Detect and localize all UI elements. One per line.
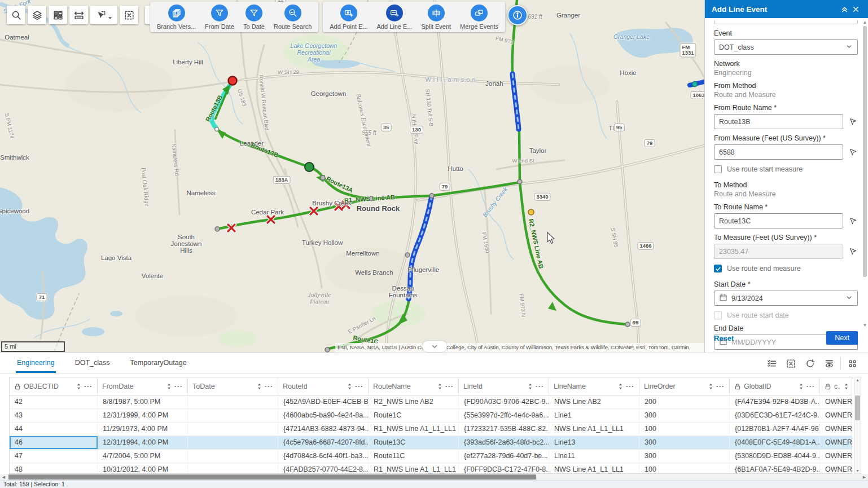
scroll-up-arrow[interactable]: ▲ xyxy=(862,20,867,25)
show-columns-button[interactable] xyxy=(821,355,837,371)
cell-todate[interactable] xyxy=(188,436,278,449)
search-button[interactable] xyxy=(7,6,25,24)
cell-lineorder[interactable]: 300 xyxy=(639,436,730,449)
lrs-tool-split-event[interactable]: Split Event xyxy=(422,5,451,30)
cell-create[interactable]: OWNER xyxy=(820,409,852,422)
lrs-tool-route-search[interactable]: Route Search xyxy=(274,5,312,30)
column-header-create[interactable]: create··· xyxy=(820,377,852,395)
cell-todate[interactable] xyxy=(188,423,278,436)
table-horizontal-scrollbar[interactable]: ◀ ▶ xyxy=(0,474,868,480)
measure-button[interactable] xyxy=(69,6,88,24)
table-vertical-scrollbar[interactable]: ▲ ▼ xyxy=(854,377,861,474)
lrs-tool-add-line-e[interactable]: Add Line E... xyxy=(377,5,413,30)
cell-fromdate[interactable]: 12/31/1999, 4:00 PM xyxy=(98,409,188,422)
show-selection-button[interactable] xyxy=(764,355,779,371)
lrs-tool-merge-events[interactable]: Merge Events xyxy=(460,5,498,30)
cell-globalid[interactable]: {03D6EC3D-61E7-424C-9... xyxy=(730,409,820,422)
cell-routename[interactable]: R1_NWS Line A1_L1_LL1 xyxy=(369,423,459,436)
use-route-end-measure-checkbox[interactable]: Use route end measure xyxy=(714,265,858,272)
scroll-right-arrow[interactable]: ▶ xyxy=(861,474,868,480)
cell-objectid[interactable]: 42 xyxy=(10,395,98,408)
cell-routename[interactable]: Route11C xyxy=(369,450,459,463)
cell-fromdate[interactable]: 11/29/1973, 4:00 PM xyxy=(98,423,188,436)
cell-fromdate[interactable]: 8/8/1987, 5:00 PM xyxy=(98,395,188,408)
table-row[interactable]: 474/7/2004, 5:00 PM{4d7084c8-6cf4-40f1-b… xyxy=(10,450,852,463)
sort-icon[interactable] xyxy=(528,383,533,390)
map-canvas[interactable]: OatmealLiberty HillSmithwickNamelessSpic… xyxy=(0,0,704,353)
cell-create[interactable]: OWNER xyxy=(820,436,852,449)
cell-linename[interactable]: NWS Line A1_L1_LL1 xyxy=(549,463,639,474)
start-date-input[interactable]: 9/13/2024 xyxy=(714,291,858,306)
sort-icon[interactable] xyxy=(437,383,442,390)
table-row[interactable]: 4612/31/1994, 4:00 PM{4c5e79a6-6687-4207… xyxy=(10,436,852,450)
cell-globalid[interactable]: {0408E0FC-5E49-48D1-A... xyxy=(730,436,820,449)
cell-lineid[interactable]: {17233217-535B-488C-82... xyxy=(459,423,549,436)
scrollbar-thumb[interactable] xyxy=(855,395,860,420)
cell-create[interactable]: OWNER xyxy=(820,463,852,474)
column-menu-icon[interactable]: ··· xyxy=(84,383,93,390)
column-header-lineid[interactable]: LineId··· xyxy=(459,377,549,395)
cell-create[interactable]: OWNER xyxy=(820,423,852,436)
sort-icon[interactable] xyxy=(76,383,81,390)
tab-temporaryoutage[interactable]: TemporaryOutage xyxy=(129,354,188,373)
cell-routeid[interactable]: {4c5e79a6-6687-4207-8fd... xyxy=(278,436,369,449)
cell-objectid[interactable]: 48 xyxy=(10,463,98,474)
scroll-down-arrow[interactable]: ▼ xyxy=(854,469,861,473)
layers-button[interactable] xyxy=(28,6,46,24)
sort-icon[interactable] xyxy=(618,383,623,390)
cell-globalid[interactable]: {012B70B1-A2F7-4A4F-96... xyxy=(730,423,820,436)
attribution-collapse-button[interactable] xyxy=(422,341,447,352)
cell-lineid[interactable]: {55e3997d-2ffc-4e4c-9a6... xyxy=(459,409,549,422)
collapse-panel-button[interactable] xyxy=(839,3,850,15)
cell-routeid[interactable]: {4d7084c8-6cf4-40f1-ba3... xyxy=(278,450,369,463)
cell-lineorder[interactable]: 100 xyxy=(639,423,730,436)
scrollbar-thumb[interactable] xyxy=(863,26,867,277)
close-panel-button[interactable] xyxy=(850,3,861,15)
column-header-linename[interactable]: LineName··· xyxy=(549,377,639,395)
pick-to-measure-on-map-icon[interactable] xyxy=(848,247,858,257)
cell-lineid[interactable]: {FD90A03C-9706-42BC-9... xyxy=(459,395,549,408)
scroll-left-arrow[interactable]: ◀ xyxy=(0,474,7,480)
cell-lineid[interactable]: {ef277a28-79d6-40d7-be... xyxy=(459,450,549,463)
clear-selection-button[interactable] xyxy=(783,355,799,371)
column-header-routeid[interactable]: RouteId··· xyxy=(278,377,369,395)
cell-routename[interactable]: R2_NWS Line AB2 xyxy=(369,395,459,408)
lrs-tool-from-date[interactable]: From Date xyxy=(205,5,234,30)
cell-create[interactable]: OWNER xyxy=(820,395,852,408)
cell-routename[interactable]: R1_NWS Line A1_L1_LL1 xyxy=(369,463,459,474)
from-measure-input[interactable]: 6588 xyxy=(714,144,843,160)
column-header-globalid[interactable]: GlobalID··· xyxy=(730,377,820,395)
reset-link[interactable]: Reset xyxy=(714,334,734,342)
cell-create[interactable]: OWNER xyxy=(820,450,852,463)
tab-engineering[interactable]: Engineering xyxy=(16,354,56,373)
cell-lineorder[interactable]: 100 xyxy=(639,463,730,474)
basemap-button[interactable] xyxy=(49,6,67,24)
sort-icon[interactable] xyxy=(799,383,804,390)
cell-todate[interactable] xyxy=(188,409,278,422)
column-header-objectid[interactable]: OBJECTID··· xyxy=(10,377,98,395)
cell-globalid[interactable]: {6B1AF0A7-5E49-4B2D-9... xyxy=(730,463,820,474)
cell-lineorder[interactable]: 300 xyxy=(639,409,730,422)
use-route-start-measure-checkbox[interactable]: Use route start measure xyxy=(714,165,858,173)
column-menu-icon[interactable]: ··· xyxy=(716,383,725,390)
panel-scrollbar[interactable]: ▲ ▼ xyxy=(862,20,867,328)
cell-routeid[interactable]: {4600abc5-ba90-4e24-8a... xyxy=(278,409,369,422)
cell-routeid[interactable]: {452A9ABD-E0EF-4CEB-B... xyxy=(278,395,369,408)
cell-linename[interactable]: NWS Line A1_L1_LL1 xyxy=(549,423,639,436)
table-row[interactable]: 4312/31/1999, 4:00 PM{4600abc5-ba90-4e24… xyxy=(10,409,852,423)
to-route-name-input[interactable]: Route13C xyxy=(714,213,843,228)
column-header-lineorder[interactable]: LineOrder··· xyxy=(639,377,730,395)
sort-icon[interactable] xyxy=(708,383,713,390)
column-menu-icon[interactable]: ··· xyxy=(806,383,815,390)
column-menu-icon[interactable]: ··· xyxy=(355,383,363,390)
cell-linename[interactable]: NWS Line AB2 xyxy=(549,395,639,408)
cell-linename[interactable]: Line13 xyxy=(549,436,639,449)
actions-grid-button[interactable] xyxy=(844,355,860,371)
refresh-button[interactable] xyxy=(802,355,818,371)
pick-from-route-on-map-icon[interactable] xyxy=(848,117,858,127)
column-menu-icon[interactable]: ··· xyxy=(445,383,454,390)
column-menu-icon[interactable]: ··· xyxy=(852,383,852,390)
cell-fromdate[interactable]: 10/31/2012, 4:00 PM xyxy=(98,463,188,474)
scrollbar-thumb[interactable] xyxy=(8,474,536,480)
column-menu-icon[interactable]: ··· xyxy=(536,383,544,390)
